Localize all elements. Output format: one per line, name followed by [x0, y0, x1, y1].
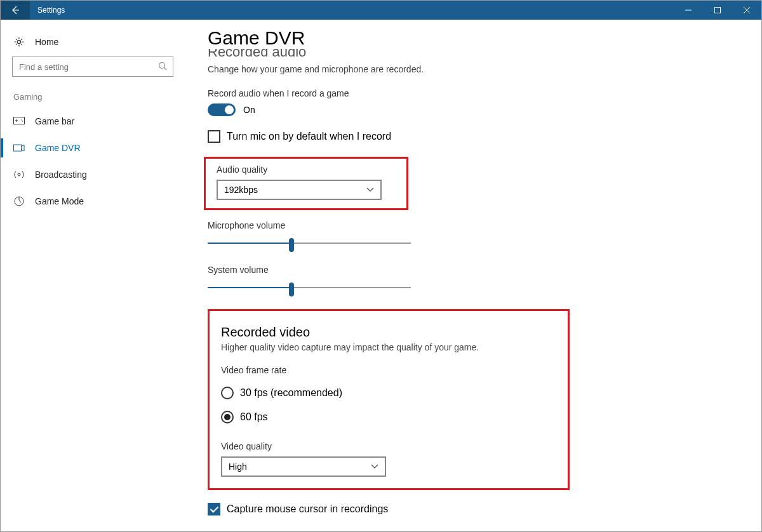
- svg-point-1: [17, 40, 20, 43]
- radio-30fps[interactable]: 30 fps (recommended): [221, 387, 556, 399]
- cursor-capture-checkbox[interactable]: [208, 503, 220, 515]
- sidebar-home-label: Home: [35, 37, 58, 47]
- maximize-button[interactable]: [703, 1, 732, 20]
- titlebar: Settings: [1, 1, 761, 20]
- video-quality-value: High: [229, 462, 247, 472]
- video-quality-label: Video quality: [221, 441, 556, 451]
- video-quality-dropdown[interactable]: High: [221, 456, 386, 477]
- dvr-icon: [13, 143, 25, 152]
- back-button[interactable]: [1, 1, 30, 20]
- sidebar-category: Gaming: [1, 92, 185, 108]
- system-volume-slider[interactable]: [208, 280, 411, 295]
- section-audio-desc: Change how your game and microphone are …: [208, 64, 736, 74]
- system-volume-label: System volume: [208, 265, 736, 275]
- mic-default-label: Turn mic on by default when I record: [227, 131, 391, 142]
- audio-quality-label: Audio quality: [217, 164, 396, 175]
- close-button[interactable]: [732, 1, 761, 20]
- section-audio-title: Recorded audio: [208, 49, 736, 60]
- search-box[interactable]: [12, 57, 173, 77]
- mic-volume-slider[interactable]: [208, 236, 411, 251]
- svg-rect-0: [715, 8, 721, 13]
- sidebar-item-game-mode[interactable]: Game Mode: [1, 188, 185, 215]
- sidebar-item-game-bar[interactable]: Game bar: [1, 108, 185, 135]
- mic-default-checkbox[interactable]: [208, 130, 220, 143]
- maximize-icon: [714, 7, 721, 13]
- sidebar-item-broadcasting[interactable]: Broadcasting: [1, 161, 185, 188]
- audio-quality-dropdown[interactable]: 192kbps: [217, 180, 382, 200]
- svg-point-5: [18, 173, 20, 176]
- search-input[interactable]: [12, 57, 173, 77]
- broadcast-icon: [13, 170, 25, 180]
- sidebar-item-label: Game bar: [35, 116, 74, 126]
- window-title: Settings: [30, 6, 674, 15]
- cursor-capture-label: Capture mouse cursor in recordings: [227, 503, 388, 515]
- radio-icon: [221, 387, 234, 399]
- record-audio-label: Record audio when I record a game: [208, 88, 736, 98]
- frame-rate-label: Video frame rate: [221, 365, 556, 375]
- audio-quality-group: Audio quality 192kbps: [208, 159, 404, 209]
- section-video-title: Recorded video: [221, 325, 556, 340]
- sidebar-home[interactable]: Home: [1, 31, 185, 57]
- back-arrow-icon: [10, 5, 20, 15]
- radio-60fps[interactable]: 60 fps: [221, 411, 556, 423]
- section-video-desc: Higher quality video capture may impact …: [221, 342, 556, 352]
- minimize-button[interactable]: [674, 1, 703, 20]
- radio-icon: [221, 411, 234, 423]
- minimize-icon: [685, 7, 692, 13]
- radio-label: 60 fps: [240, 411, 268, 423]
- content-pane: Game DVR Recorded audio Change how your …: [185, 20, 761, 531]
- gamebar-icon: [13, 117, 25, 126]
- search-icon: [158, 62, 167, 73]
- page-title: Game DVR: [208, 27, 736, 49]
- svg-rect-4: [14, 145, 22, 151]
- radio-label: 30 fps (recommended): [240, 387, 342, 399]
- sidebar-item-label: Game Mode: [35, 196, 84, 206]
- chevron-down-icon: [366, 187, 374, 192]
- sidebar-item-game-dvr[interactable]: Game DVR: [1, 135, 185, 161]
- sidebar-item-label: Broadcasting: [35, 170, 87, 180]
- toggle-state-label: On: [243, 105, 255, 115]
- svg-point-2: [159, 63, 165, 69]
- gear-icon: [13, 36, 25, 48]
- mic-volume-label: Microphone volume: [208, 220, 736, 230]
- audio-quality-value: 192kbps: [224, 185, 258, 195]
- gamemode-icon: [13, 196, 25, 207]
- sidebar: Home Gaming Game bar Game DVR Broadcasti…: [1, 20, 185, 531]
- highlight-recorded-video: Recorded video Higher quality video capt…: [208, 309, 570, 490]
- record-audio-toggle[interactable]: [208, 103, 236, 116]
- close-icon: [744, 7, 750, 13]
- chevron-down-icon: [371, 464, 378, 469]
- sidebar-item-label: Game DVR: [35, 143, 81, 153]
